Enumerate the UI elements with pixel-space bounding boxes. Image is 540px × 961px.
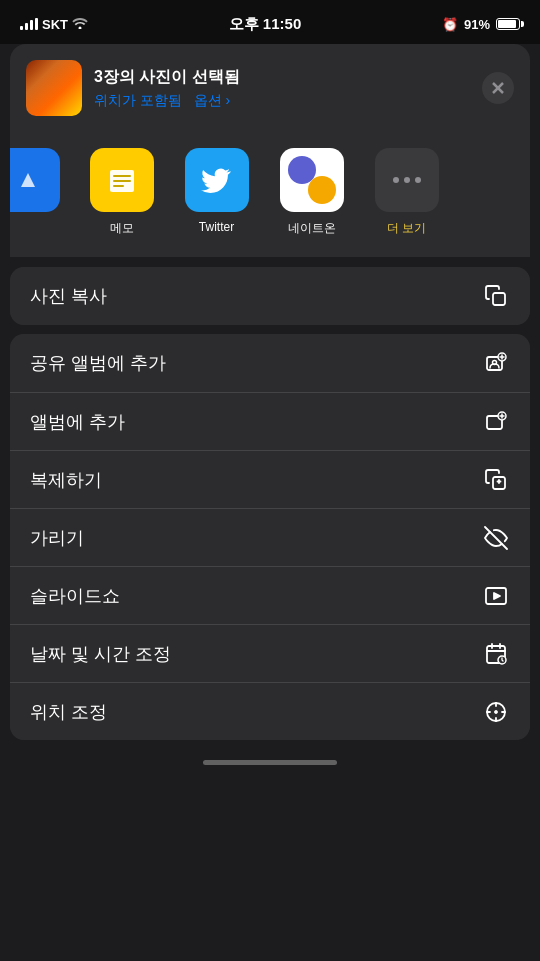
copy-photo-item[interactable]: 사진 복사 bbox=[10, 267, 530, 325]
location-icon bbox=[482, 698, 510, 726]
hide-label: 가리기 bbox=[30, 526, 84, 550]
copy-photo-label: 사진 복사 bbox=[30, 284, 107, 308]
duplicate-item[interactable]: 복제하기 bbox=[10, 450, 530, 508]
add-shared-album-item[interactable]: 공유 앨범에 추가 bbox=[10, 334, 530, 392]
app-icons-row: 메모 Twitter 네이트온 더 보기 bbox=[10, 132, 530, 257]
svg-rect-7 bbox=[493, 293, 505, 305]
hide-item[interactable]: 가리기 bbox=[10, 508, 530, 566]
main-menu-group: 공유 앨범에 추가 앨범에 추가 bbox=[10, 334, 530, 740]
duplicate-icon bbox=[482, 466, 510, 494]
list-item[interactable]: 네이트온 bbox=[264, 148, 359, 237]
memo-app-icon bbox=[90, 148, 154, 212]
list-item[interactable]: 더 보기 bbox=[359, 148, 454, 237]
carrier-label: SKT bbox=[42, 17, 68, 32]
wifi-icon bbox=[72, 16, 88, 32]
share-option-chevron: › bbox=[225, 92, 230, 108]
adjust-date-item[interactable]: 날짜 및 시간 조정 bbox=[10, 624, 530, 682]
hide-icon bbox=[482, 524, 510, 552]
list-item[interactable] bbox=[10, 148, 74, 237]
status-time: 오후 11:50 bbox=[229, 15, 302, 34]
memo-app-label: 메모 bbox=[110, 220, 134, 237]
share-header: 3장의 사진이 선택됨 위치가 포함됨 옵션 › bbox=[10, 44, 530, 132]
nate-app-icon bbox=[280, 148, 344, 212]
add-album-label: 앨범에 추가 bbox=[30, 410, 125, 434]
share-thumbnail bbox=[26, 60, 82, 116]
close-button[interactable] bbox=[482, 72, 514, 104]
svg-point-23 bbox=[495, 711, 497, 713]
more-app-label: 더 보기 bbox=[387, 220, 426, 237]
status-left: SKT bbox=[20, 16, 88, 32]
svg-marker-2 bbox=[21, 173, 35, 187]
add-shared-album-label: 공유 앨범에 추가 bbox=[30, 351, 166, 375]
share-info: 3장의 사진이 선택됨 위치가 포함됨 옵션 › bbox=[94, 67, 470, 110]
calendar-icon bbox=[482, 640, 510, 668]
battery-percent: 91% bbox=[464, 17, 490, 32]
list-item[interactable]: 메모 bbox=[74, 148, 169, 237]
adjust-location-item[interactable]: 위치 조정 bbox=[10, 682, 530, 740]
status-right: ⏰ 91% bbox=[442, 17, 520, 32]
shared-album-icon bbox=[482, 349, 510, 377]
partial-app-icon bbox=[10, 148, 60, 212]
copy-photo-group: 사진 복사 bbox=[10, 267, 530, 325]
menu-container: 사진 복사 공유 앨범에 추가 bbox=[10, 267, 530, 748]
home-indicator bbox=[203, 760, 337, 765]
share-title: 3장의 사진이 선택됨 bbox=[94, 67, 470, 88]
duplicate-label: 복제하기 bbox=[30, 468, 102, 492]
slideshow-label: 슬라이드쇼 bbox=[30, 584, 120, 608]
twitter-app-icon bbox=[185, 148, 249, 212]
share-location-text: 위치가 포함됨 bbox=[94, 92, 182, 108]
twitter-app-label: Twitter bbox=[199, 220, 234, 234]
list-item[interactable]: Twitter bbox=[169, 148, 264, 237]
more-app-icon bbox=[375, 148, 439, 212]
status-bar: SKT 오후 11:50 ⏰ 91% bbox=[0, 0, 540, 44]
battery-icon bbox=[496, 18, 520, 30]
add-album-icon bbox=[482, 408, 510, 436]
add-album-item[interactable]: 앨범에 추가 bbox=[10, 392, 530, 450]
adjust-location-label: 위치 조정 bbox=[30, 700, 107, 724]
svg-marker-16 bbox=[494, 593, 500, 599]
slideshow-icon bbox=[482, 582, 510, 610]
share-option-link[interactable]: 옵션 bbox=[194, 92, 222, 108]
signal-bars-icon bbox=[20, 18, 38, 30]
nate-app-label: 네이트온 bbox=[288, 220, 336, 237]
alarm-icon: ⏰ bbox=[442, 17, 458, 32]
share-subtitle: 위치가 포함됨 옵션 › bbox=[94, 92, 470, 110]
adjust-date-label: 날짜 및 시간 조정 bbox=[30, 642, 171, 666]
slideshow-item[interactable]: 슬라이드쇼 bbox=[10, 566, 530, 624]
copy-icon bbox=[482, 282, 510, 310]
